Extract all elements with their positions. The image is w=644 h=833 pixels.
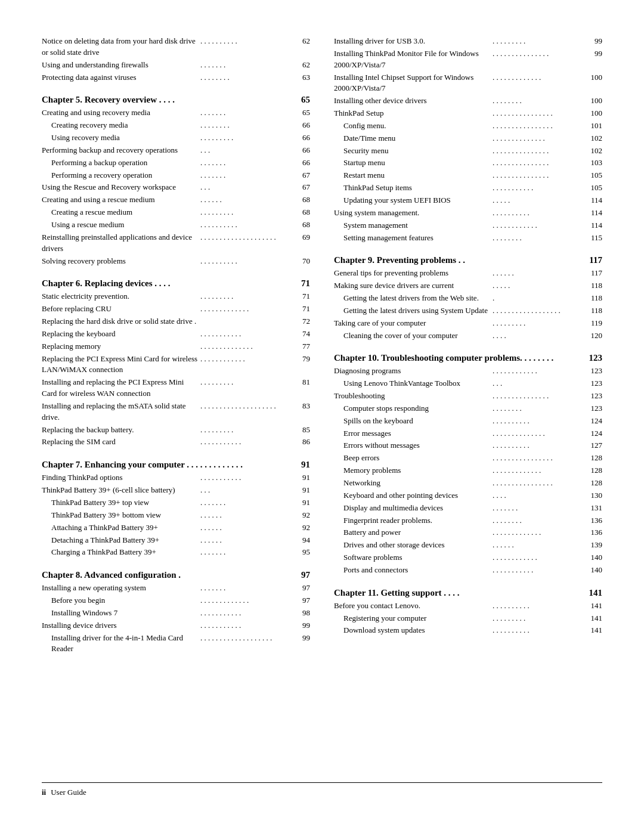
entry-text: Replacing the SIM card <box>42 436 200 448</box>
entry-text: Replacing the PCI Express Mini Card for … <box>42 354 200 376</box>
entry-page-num: 123 <box>588 378 602 389</box>
toc-entry: Detaching a ThinkPad Battery 39+. . . . … <box>42 535 310 546</box>
entry-text: Networking <box>334 478 493 489</box>
toc-entry: Installing ThinkPad Monitor File for Win… <box>334 48 602 71</box>
toc-entry: Performing a backup operation. . . . . .… <box>42 157 310 169</box>
entry-dots: . . . . . . . . . . . . . . <box>493 428 588 439</box>
entry-page-num: 97 <box>296 595 310 606</box>
entry-dots: . . . . . . . . . <box>200 425 296 436</box>
toc-entry: Solving recovery problems. . . . . . . .… <box>42 256 310 267</box>
chapter-heading: Chapter 8. Advanced configuration .97 <box>42 570 310 580</box>
entry-dots: . . . . . . . . . . . . . <box>200 304 296 315</box>
entry-text: Replacing the hard disk drive or solid s… <box>42 316 200 327</box>
entry-page-num: 124 <box>588 416 602 427</box>
entry-page-num: 77 <box>296 341 310 352</box>
entry-page-num: 123 <box>588 366 602 377</box>
toc-entry: Replacing the keyboard. . . . . . . . . … <box>42 329 310 340</box>
entry-text: Date/Time menu <box>334 133 493 144</box>
chapter-title: Chapter 7. Enhancing your computer . . .… <box>42 460 293 470</box>
footer-label: User Guide <box>51 788 86 797</box>
toc-entry: Creating and using a rescue medium. . . … <box>42 194 310 206</box>
toc-entry: Using and understanding firewalls. . . .… <box>42 60 310 71</box>
entry-page-num: 118 <box>588 280 602 292</box>
entry-text: Display and multimedia devices <box>334 503 493 514</box>
chapter-heading: Chapter 11. Getting support . . . .141 <box>334 588 602 598</box>
entry-text: Using and understanding firewalls <box>42 60 200 71</box>
entry-page-num: 65 <box>296 107 310 119</box>
chapter-page-num: 117 <box>586 255 602 265</box>
toc-entry: Installing other device drivers. . . . .… <box>334 95 602 107</box>
toc-entry: Before you begin. . . . . . . . . . . . … <box>42 595 310 606</box>
entry-dots: . . . . . . . . . . <box>493 440 588 451</box>
entry-text: Ports and connectors <box>334 565 493 576</box>
entry-dots: . . . . . . . . . <box>200 377 296 388</box>
entry-text: ThinkPad Battery 39+ top view <box>42 497 200 509</box>
entry-text: Using system management. <box>334 208 493 219</box>
entry-page-num: 139 <box>588 540 602 551</box>
entry-page-num: 118 <box>588 293 602 304</box>
toc-entry: Replacing the PCI Express Mini Card for … <box>42 354 310 376</box>
entry-text: Troubleshooting <box>334 391 493 402</box>
toc-entry: Spills on the keyboard. . . . . . . . . … <box>334 416 602 427</box>
entry-page-num: 136 <box>588 527 602 538</box>
entry-page-num: 102 <box>588 133 602 144</box>
entry-page-num: 99 <box>588 36 602 47</box>
entry-text: Creating and using recovery media <box>42 107 200 119</box>
chapter-page-num: 71 <box>293 278 310 289</box>
entry-text: Installing other device drivers <box>334 95 493 107</box>
entry-page-num: 99 <box>296 620 310 631</box>
entry-dots: . . . . . . . . . <box>493 613 588 624</box>
entry-text: Using recovery media <box>42 132 200 144</box>
toc-entry: Registering your computer. . . . . . . .… <box>334 613 602 624</box>
entry-page-num: 86 <box>296 436 310 448</box>
entry-dots: . . . . . . . . . . . . . . . . <box>493 478 588 489</box>
entry-dots: . . . . <box>493 490 588 501</box>
entry-page-num: 102 <box>588 145 602 157</box>
toc-entry: Installing Intel Chipset Support for Win… <box>334 72 602 95</box>
chapter-heading: Chapter 7. Enhancing your computer . . .… <box>42 460 310 470</box>
entry-page-num: 119 <box>588 318 602 329</box>
entry-page-num: 68 <box>296 207 310 218</box>
toc-entry: Installing and replacing the PCI Express… <box>42 377 310 400</box>
toc-entry: Installing driver for the 4-in-1 Media C… <box>42 633 310 655</box>
entry-text: Software problems <box>334 552 493 563</box>
entry-page-num: 66 <box>296 120 310 131</box>
entry-text: ThinkPad Setup items <box>334 182 493 194</box>
entry-dots: . . . . . . . . . . . . <box>200 354 296 365</box>
entry-text: Getting the latest drivers using System … <box>334 305 493 317</box>
entry-dots: . . . . . . . . . . . . <box>493 220 588 231</box>
entry-text: Static electricity prevention. <box>42 291 200 302</box>
entry-page-num: 141 <box>588 613 602 624</box>
entry-text: Beep errors <box>334 453 493 464</box>
page: Notice on deleting data from your hard d… <box>0 0 644 833</box>
entry-text: Installing and replacing the mSATA solid… <box>42 401 200 423</box>
toc-entry: System management. . . . . . . . . . . .… <box>334 220 602 231</box>
entry-dots: . . . . . . . . <box>493 95 588 107</box>
entry-text: Before you contact Lenovo. <box>334 600 493 612</box>
entry-dots: . . . <box>200 182 296 193</box>
entry-page-num: 140 <box>588 565 602 576</box>
left-column: Notice on deleting data from your hard d… <box>42 36 310 764</box>
toc-entry: Software problems. . . . . . . . . . . .… <box>334 552 602 563</box>
entry-page-num: 66 <box>296 132 310 144</box>
toc-entry: Static electricity prevention.. . . . . … <box>42 291 310 302</box>
entry-text: Notice on deleting data from your hard d… <box>42 36 200 58</box>
entry-page-num: 92 <box>296 510 310 521</box>
chapter-page-num: 123 <box>586 353 602 363</box>
entry-page-num: 98 <box>296 608 310 619</box>
entry-dots: . . . . . . . . . . <box>493 600 588 612</box>
entry-dots: . . . . . . . . . . . <box>200 472 296 484</box>
entry-dots: . . . <box>200 145 296 156</box>
toc-entry: General tips for preventing problems. . … <box>334 268 602 279</box>
entry-page-num: 70 <box>296 256 310 267</box>
toc-entry: Troubleshooting. . . . . . . . . . . . .… <box>334 391 602 402</box>
toc-entry: Creating a rescue medium. . . . . . . . … <box>42 207 310 218</box>
entry-page-num: 63 <box>296 72 310 83</box>
entry-dots: . . . . . . . . . . . . . . . . . . . . <box>200 401 296 412</box>
entry-page-num: 141 <box>588 625 602 636</box>
entry-text: Updating your system UEFI BIOS <box>334 195 493 206</box>
toc-entry: Protecting data against viruses. . . . .… <box>42 72 310 83</box>
entry-text: Creating and using a rescue medium <box>42 194 200 206</box>
entry-dots: . . . <box>200 485 296 496</box>
toc-entry: Diagnosing programs. . . . . . . . . . .… <box>334 366 602 377</box>
